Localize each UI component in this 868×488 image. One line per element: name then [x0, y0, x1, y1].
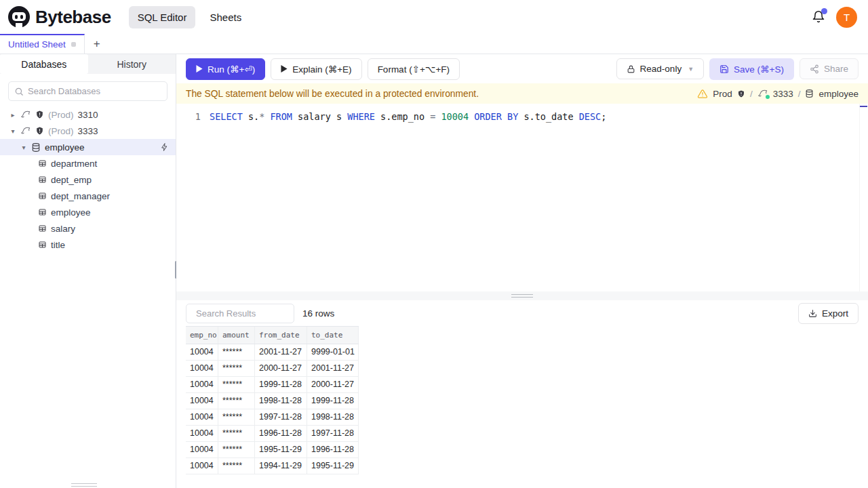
tab-databases[interactable]: Databases: [0, 54, 88, 74]
table-name: department: [51, 159, 97, 169]
explain-button[interactable]: Explain (⌘+E): [271, 58, 361, 80]
top-nav: SQL Editor Sheets: [129, 6, 251, 28]
tree-table-employee[interactable]: employee: [0, 204, 176, 220]
shield-icon: [35, 126, 44, 136]
sql-editor[interactable]: 1 SELECT s.* FROM salary s WHERE s.emp_n…: [176, 104, 868, 291]
database-label[interactable]: employee: [818, 89, 859, 99]
sidebar-scroll-grip[interactable]: [71, 483, 97, 487]
chevron-right-icon[interactable]: ▸: [9, 111, 16, 119]
table-cell: ******: [218, 393, 255, 409]
table-cell: 2000-11-27: [255, 361, 307, 376]
table-name: title: [51, 240, 65, 250]
play-icon: [196, 65, 203, 73]
results-header: 16 rows Export: [176, 300, 868, 326]
share-button[interactable]: Share: [800, 58, 859, 79]
table-row[interactable]: 10004******1997-11-281998-11-28: [186, 409, 359, 426]
table-name: dept_manager: [51, 191, 110, 201]
column-header-emp_no[interactable]: emp_no: [186, 327, 218, 344]
table-name: dept_emp: [51, 175, 92, 185]
notification-bell-icon[interactable]: [812, 10, 825, 24]
env-badge: (Prod): [48, 110, 74, 120]
tree-database-employee[interactable]: ▾ employee: [0, 139, 176, 155]
table-cell: 10004: [186, 377, 218, 392]
column-header-amount[interactable]: amount: [218, 327, 255, 344]
connect-bolt-icon[interactable]: [160, 142, 169, 152]
results-search[interactable]: [186, 304, 294, 323]
table-cell: 2001-11-27: [307, 361, 359, 376]
mysql-dolphin-icon: [20, 126, 31, 136]
result-table-header: emp_noamountfrom_dateto_date: [186, 326, 359, 344]
tree-table-department[interactable]: department: [0, 155, 176, 171]
table-cell: ******: [218, 361, 255, 376]
tree-table-dept_emp[interactable]: dept_emp: [0, 171, 176, 188]
table-row[interactable]: 10004******1994-11-291995-11-29: [186, 458, 359, 474]
panel-resize-grip[interactable]: [511, 294, 533, 298]
column-header-from_date[interactable]: from_date: [255, 327, 307, 344]
save-button[interactable]: Save (⌘+S): [709, 58, 794, 80]
table-cell: 1999-11-28: [255, 377, 307, 392]
sheet-tabbar: Untitled Sheet +: [0, 34, 868, 54]
table-cell: 10004: [186, 426, 218, 441]
bytebase-logo-icon[interactable]: [7, 5, 31, 29]
tree-instance-3333[interactable]: ▾ (Prod) 3333: [0, 123, 176, 139]
table-cell: 9999-01-01: [307, 344, 359, 360]
table-cell: 10004: [186, 458, 218, 474]
banner-message: The SQL statement below will be executed…: [186, 89, 692, 99]
editor-scrollbar[interactable]: [859, 104, 868, 291]
table-cell: ******: [218, 377, 255, 392]
table-cell: 10004: [186, 442, 218, 458]
tree-instance-3310[interactable]: ▸ (Prod) 3310: [0, 106, 176, 123]
result-table: emp_noamountfrom_dateto_date 10004******…: [186, 326, 359, 474]
table-cell: ******: [218, 426, 255, 441]
tab-history[interactable]: History: [88, 54, 176, 74]
tab-untitled-sheet[interactable]: Untitled Sheet: [0, 34, 85, 54]
user-avatar[interactable]: T: [836, 7, 857, 28]
table-icon: [38, 208, 47, 216]
tree-table-title[interactable]: title: [0, 237, 176, 253]
tree-table-dept_manager[interactable]: dept_manager: [0, 188, 176, 204]
instance-name: 3333: [78, 126, 98, 136]
table-list: departmentdept_empdept_manageremployeesa…: [0, 155, 176, 253]
notification-dot: [821, 8, 827, 14]
nav-sheets[interactable]: Sheets: [201, 6, 250, 28]
chevron-down-icon[interactable]: ▾: [9, 127, 16, 135]
readonly-mode-button[interactable]: Read-only ▼: [616, 58, 704, 79]
chevron-down-icon[interactable]: ▾: [20, 144, 27, 151]
table-name: employee: [51, 207, 91, 218]
search-databases-input[interactable]: [28, 86, 161, 96]
database-icon: [805, 89, 814, 98]
play-icon: [281, 65, 288, 73]
table-cell: ******: [218, 442, 255, 458]
tree-table-salary[interactable]: salary: [0, 220, 176, 237]
column-header-to_date[interactable]: to_date: [307, 327, 359, 344]
database-search[interactable]: [8, 81, 167, 101]
run-button[interactable]: Run (⌘+⏎): [186, 58, 265, 80]
table-cell: 1995-11-29: [307, 458, 359, 474]
table-row[interactable]: 10004******2001-11-279999-01-01: [186, 344, 359, 361]
table-row[interactable]: 10004******1999-11-282000-11-27: [186, 377, 359, 393]
table-row[interactable]: 10004******1995-11-291996-11-28: [186, 442, 359, 458]
table-cell: 10004: [186, 409, 218, 425]
brand-title: Bytebase: [35, 7, 111, 28]
app-header: Bytebase SQL Editor Sheets T: [0, 0, 868, 34]
table-row[interactable]: 10004******2000-11-272001-11-27: [186, 361, 359, 377]
table-cell: 2000-11-27: [307, 377, 359, 392]
instance-label[interactable]: 3333: [773, 89, 793, 99]
lock-icon: [627, 64, 635, 74]
add-sheet-button[interactable]: +: [85, 34, 109, 54]
table-icon: [38, 241, 47, 249]
database-name: employee: [45, 142, 85, 152]
search-results-input[interactable]: [196, 308, 315, 319]
table-icon: [38, 176, 47, 184]
table-row[interactable]: 10004******1996-11-281997-11-28: [186, 426, 359, 442]
database-tree: ▸ (Prod) 3310 ▾: [0, 106, 176, 253]
export-button[interactable]: Export: [798, 303, 859, 324]
format-button[interactable]: Format (⇧+⌥+F): [368, 58, 460, 80]
shield-icon: [737, 89, 745, 98]
mysql-dolphin-icon: [757, 89, 768, 98]
sheet-tab-label: Untitled Sheet: [8, 39, 66, 49]
nav-sql-editor[interactable]: SQL Editor: [129, 6, 196, 28]
table-row[interactable]: 10004******1998-11-281999-11-28: [186, 393, 359, 409]
table-cell: 1998-11-28: [307, 409, 359, 425]
share-icon: [810, 64, 819, 74]
